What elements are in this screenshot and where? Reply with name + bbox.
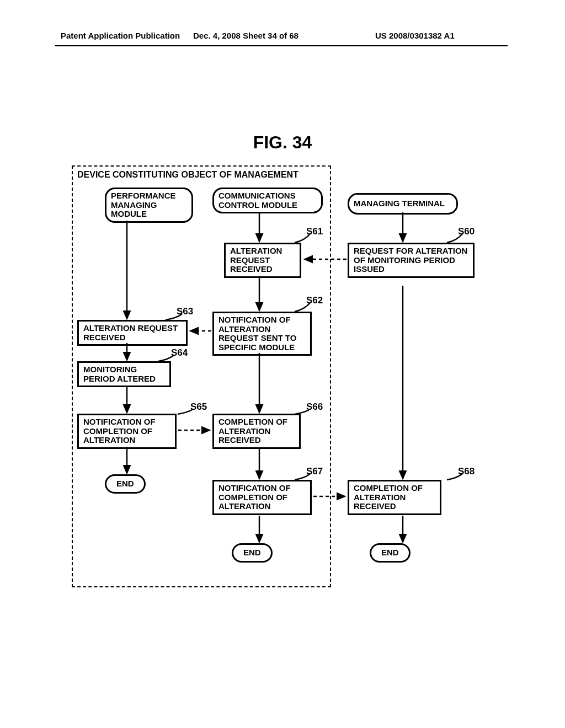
step-s61: ALTERATION REQUEST RECEIVED (224, 243, 301, 278)
end-lane2: END (232, 543, 273, 563)
step-s67: NOTIFICATION OF COMPLETION OF ALTERATION (212, 480, 312, 515)
header-rule (55, 45, 508, 46)
step-tag-s65: S65 (190, 402, 207, 413)
step-tag-s63: S63 (177, 306, 193, 317)
step-s68: COMPLETION OF ALTERATION RECEIVED (348, 480, 441, 515)
header-left: Patent Application Publication (61, 31, 180, 40)
step-tag-s62: S62 (306, 295, 323, 306)
figure-title: FIG. 34 (0, 132, 565, 153)
step-s66: COMPLETION OF ALTERATION RECEIVED (212, 414, 301, 449)
step-s63: ALTERATION REQUEST RECEIVED (77, 320, 188, 346)
flow-diagram: DEVICE CONSTITUTING OBJECT OF MANAGEMENT… (72, 165, 502, 590)
lane-performance-module: PERFORMANCE MANAGING MODULE (105, 188, 193, 223)
step-tag-s67: S67 (306, 466, 323, 477)
step-tag-s61: S61 (306, 226, 323, 237)
end-lane3: END (370, 543, 411, 563)
header-center: Dec. 4, 2008 Sheet 34 of 68 (193, 31, 299, 40)
step-tag-s64: S64 (171, 347, 188, 358)
step-tag-s66: S66 (306, 402, 323, 413)
step-tag-s68: S68 (458, 466, 475, 477)
lane-comm-control-module: COMMUNICATIONS CONTROL MODULE (212, 188, 323, 213)
device-label: DEVICE CONSTITUTING OBJECT OF MANAGEMENT (77, 170, 299, 180)
end-lane1: END (105, 474, 146, 494)
step-tag-s60: S60 (458, 226, 475, 237)
step-s64: MONITORING PERIOD ALTERED (77, 361, 171, 387)
step-s62: NOTIFICATION OF ALTERATION REQUEST SENT … (212, 312, 312, 356)
lane-managing-terminal: MANAGING TERMINAL (348, 193, 458, 215)
step-s60: REQUEST FOR ALTERATION OF MONITORING PER… (348, 243, 475, 278)
step-s65: NOTIFICATION OF COMPLETION OF ALTERATION (77, 414, 177, 449)
header-right: US 2008/0301382 A1 (375, 31, 455, 40)
